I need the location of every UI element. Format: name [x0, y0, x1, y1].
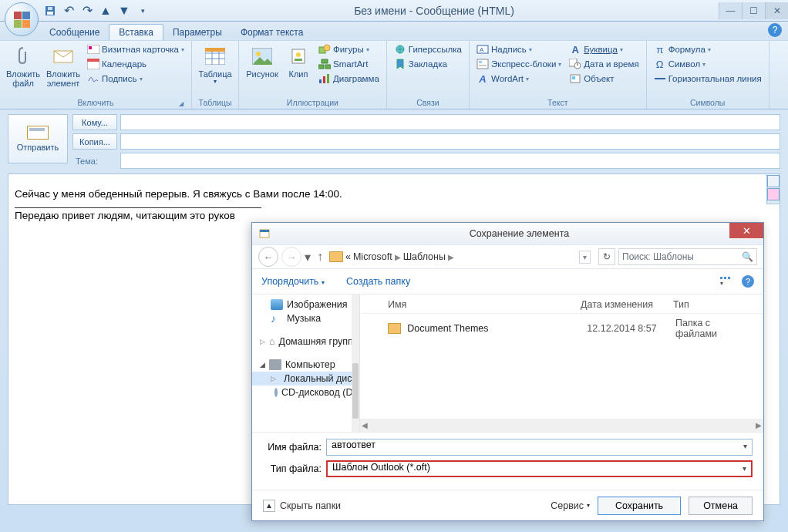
- view-button[interactable]: ▾: [720, 277, 731, 287]
- up-button[interactable]: ↑: [317, 250, 323, 264]
- window-title: Без имени - Сообщение (HTML): [150, 5, 719, 17]
- group-label-tables: Таблицы: [197, 98, 234, 109]
- music-icon: ♪: [271, 313, 283, 324]
- svg-rect-7: [87, 59, 99, 62]
- hline-button[interactable]: Горизонтальная линия: [652, 72, 764, 86]
- help-button[interactable]: ?: [742, 275, 754, 288]
- bookmark-button[interactable]: Закладка: [392, 57, 464, 71]
- newfolder-button[interactable]: Создать папку: [346, 276, 410, 287]
- save-icon[interactable]: [43, 4, 57, 18]
- office-button[interactable]: [5, 2, 39, 36]
- forward-button[interactable]: →: [281, 247, 301, 267]
- quickparts-button[interactable]: Экспресс-блоки▾: [474, 57, 564, 71]
- column-name[interactable]: Имя: [388, 299, 581, 310]
- tab-format[interactable]: Формат текста: [231, 25, 312, 40]
- tree-item-computer[interactable]: ◢Компьютер: [252, 358, 359, 372]
- chart-button[interactable]: Диаграмма: [316, 72, 382, 86]
- svg-rect-24: [319, 79, 322, 83]
- file-list[interactable]: Имя Дата изменения Тип Document Themes 1…: [360, 295, 763, 432]
- search-input[interactable]: Поиск: Шаблоны🔍: [618, 248, 757, 265]
- tree-item-images[interactable]: Изображения: [252, 298, 359, 311]
- svg-rect-31: [479, 61, 482, 63]
- previous-icon[interactable]: ▲: [99, 4, 113, 18]
- hide-folders-button[interactable]: ▲Скрыть папки: [263, 500, 341, 512]
- picture-button[interactable]: Рисунок: [244, 42, 281, 80]
- undo-icon[interactable]: ↶: [62, 4, 76, 18]
- signature-button[interactable]: Подпись▾: [85, 72, 187, 86]
- dialog-bottom: ▲Скрыть папки Сервис ▾ Сохранить Отмена: [252, 490, 763, 520]
- close-button[interactable]: ✕: [765, 2, 788, 19]
- tab-insert[interactable]: Вставка: [109, 24, 163, 40]
- equation-icon: π: [654, 43, 666, 56]
- qat-customize-icon[interactable]: ▾: [136, 4, 150, 18]
- tab-options[interactable]: Параметры: [163, 25, 231, 40]
- file-row-document-themes[interactable]: Document Themes 12.12.2014 8:57 Папка с …: [360, 314, 763, 343]
- column-date[interactable]: Дата изменения: [581, 299, 673, 310]
- table-button[interactable]: Таблица▾: [197, 42, 234, 87]
- svg-rect-37: [572, 76, 575, 79]
- group-text: AНадпись▾ Экспресс-блоки▾ AWordArt▾ AБук…: [470, 41, 647, 109]
- column-type[interactable]: Тип: [673, 299, 751, 310]
- tools-button[interactable]: Сервис ▾: [551, 500, 590, 511]
- dialog-close-button[interactable]: ✕: [729, 223, 763, 238]
- organize-button[interactable]: Упорядочить ▾: [261, 276, 325, 287]
- tree-item-music[interactable]: ♪Музыка: [252, 311, 359, 325]
- clipart-button[interactable]: Клип: [284, 42, 313, 80]
- cc-field[interactable]: [120, 133, 780, 150]
- body-line2: Передаю привет людям, читающим это руков: [15, 210, 773, 221]
- minimize-button[interactable]: —: [719, 2, 742, 19]
- to-button[interactable]: Кому...: [72, 114, 117, 130]
- svg-rect-1: [47, 12, 53, 15]
- filename-input[interactable]: автоответ▾: [326, 439, 753, 456]
- smartart-button[interactable]: SmartArt: [316, 57, 382, 71]
- chart-icon: [318, 72, 331, 85]
- refresh-button[interactable]: ↻: [598, 248, 615, 265]
- breadcrumb[interactable]: « Microsoft▶ Шаблоны▶ ▾: [329, 251, 591, 264]
- equation-button[interactable]: πФормула▾: [652, 42, 764, 56]
- business-card-button[interactable]: Визитная карточка▾: [85, 42, 187, 56]
- calendar-button[interactable]: Календарь: [85, 57, 187, 71]
- dialog-titlebar: Сохранение элемента ✕: [252, 223, 763, 244]
- tree-scrollbar[interactable]: [352, 295, 359, 432]
- tab-message[interactable]: Сообщение: [40, 25, 109, 40]
- shapes-button[interactable]: Фигуры▾: [316, 42, 382, 56]
- object-button[interactable]: Объект: [567, 72, 641, 86]
- dropcap-button[interactable]: AБуквица▾: [567, 42, 641, 56]
- picture-icon: [251, 45, 273, 67]
- attach-file-button[interactable]: Вложить файл: [5, 42, 42, 89]
- file-list-hscroll[interactable]: ◀▶: [360, 419, 763, 432]
- tree-item-localdisk[interactable]: ▷Локальный диск: [252, 372, 359, 386]
- tree-item-homegroup[interactable]: ▷⌂Домашняя группа: [252, 335, 359, 348]
- to-field[interactable]: [120, 114, 780, 130]
- group-label-links: Связи: [392, 98, 464, 109]
- dropcap-icon: A: [569, 43, 581, 56]
- send-button[interactable]: Отправить: [8, 114, 68, 163]
- textbox-button[interactable]: AНадпись▾: [474, 42, 564, 56]
- hyperlink-button[interactable]: Гиперссылка: [392, 42, 464, 56]
- datetime-button[interactable]: Дата и время: [567, 57, 641, 71]
- hand-icon[interactable]: [767, 188, 780, 200]
- attach-item-button[interactable]: Вложить элемент: [45, 42, 82, 89]
- subject-field[interactable]: [120, 153, 780, 169]
- back-button[interactable]: ←: [258, 247, 278, 267]
- folder-tree[interactable]: Изображения ♪Музыка ▷⌂Домашняя группа ◢К…: [252, 295, 360, 432]
- wordart-button[interactable]: AWordArt▾: [474, 72, 564, 86]
- tree-item-cddrive[interactable]: CD-дисковод (D:: [252, 386, 359, 399]
- svg-rect-22: [318, 65, 324, 69]
- maximize-button[interactable]: ☐: [742, 2, 765, 19]
- next-icon[interactable]: ▼: [117, 4, 131, 18]
- filetype-select[interactable]: Шаблон Outlook (*.oft)▾: [326, 460, 753, 477]
- ruler-icon[interactable]: [767, 175, 780, 187]
- save-button[interactable]: Сохранить: [598, 497, 681, 515]
- symbol-button[interactable]: ΩСимвол▾: [652, 57, 764, 71]
- redo-icon[interactable]: ↷: [80, 4, 94, 18]
- recent-dropdown-icon[interactable]: ▾: [305, 250, 311, 264]
- cc-button[interactable]: Копия...: [72, 133, 117, 150]
- svg-rect-30: [477, 59, 488, 69]
- group-tables: Таблица▾ Таблицы: [192, 41, 239, 109]
- help-icon[interactable]: ?: [768, 23, 782, 37]
- cancel-button[interactable]: Отмена: [689, 497, 753, 515]
- file-list-header[interactable]: Имя Дата изменения Тип: [360, 295, 763, 314]
- subject-label: Тема:: [72, 157, 117, 166]
- dialog-launcher-icon[interactable]: ◢: [177, 100, 185, 108]
